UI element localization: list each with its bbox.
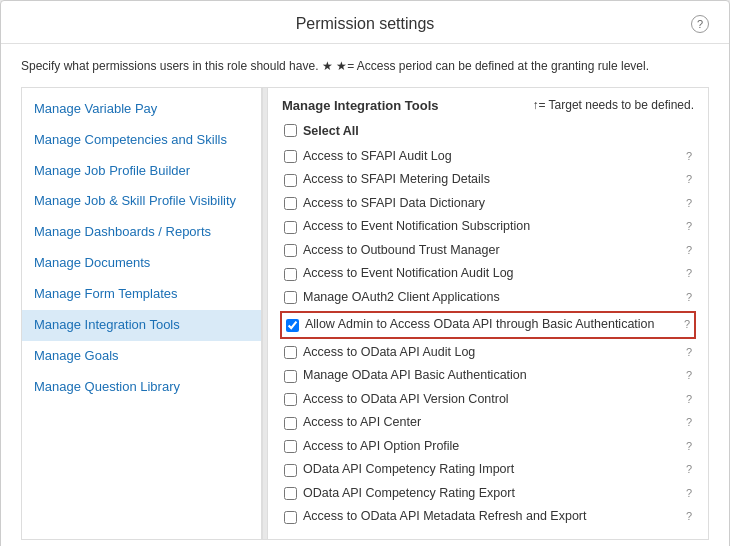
perm-item-api-center: Access to API Center? <box>282 411 694 435</box>
perm-label-odata-basic-auth: Allow Admin to Access OData API through … <box>305 316 680 334</box>
perm-item-api-option-profile: Access to API Option Profile? <box>282 435 694 459</box>
perm-label-odata-metadata: Access to OData API Metadata Refresh and… <box>303 508 682 526</box>
perm-checkbox-odata-metadata[interactable] <box>284 511 297 524</box>
perm-label-event-notification-audit: Access to Event Notification Audit Log <box>303 265 682 283</box>
info-icon-oauth2-client[interactable]: ? <box>686 290 692 305</box>
info-icon-api-option-profile[interactable]: ? <box>686 439 692 454</box>
perm-item-odata-metadata: Access to OData API Metadata Refresh and… <box>282 505 694 529</box>
perm-label-odata-basic-auth-manage: Manage OData API Basic Authentication <box>303 367 682 385</box>
select-all-label: Select All <box>303 124 359 138</box>
info-icon-odata-basic-auth[interactable]: ? <box>684 317 690 332</box>
help-icon[interactable]: ? <box>691 15 709 33</box>
target-note: ↑= Target needs to be defined. <box>532 98 694 112</box>
perm-item-odata-basic-auth-manage: Manage OData API Basic Authentication? <box>282 364 694 388</box>
info-icon-event-notification-subscription[interactable]: ? <box>686 219 692 234</box>
perm-checkbox-api-option-profile[interactable] <box>284 440 297 453</box>
sidebar-item-job-profile[interactable]: Manage Job Profile Builder <box>22 156 261 187</box>
info-icon-sfapi-dictionary[interactable]: ? <box>686 196 692 211</box>
perm-checkbox-event-notification-subscription[interactable] <box>284 221 297 234</box>
perm-checkbox-odata-basic-auth-manage[interactable] <box>284 370 297 383</box>
content-area: Manage Variable PayManage Competencies a… <box>21 87 709 540</box>
perm-item-odata-version: Access to OData API Version Control? <box>282 388 694 412</box>
perm-label-odata-competency-import: OData API Competency Rating Import <box>303 461 682 479</box>
sidebar-item-question-library[interactable]: Manage Question Library <box>22 372 261 403</box>
info-icon-odata-version[interactable]: ? <box>686 392 692 407</box>
description-text: Specify what permissions users in this r… <box>21 58 709 75</box>
perm-checkbox-sfapi-metering[interactable] <box>284 174 297 187</box>
sidebar-item-documents[interactable]: Manage Documents <box>22 248 261 279</box>
perm-label-sfapi-audit: Access to SFAPI Audit Log <box>303 148 682 166</box>
dialog-body: Specify what permissions users in this r… <box>1 44 729 546</box>
info-icon-odata-metadata[interactable]: ? <box>686 509 692 524</box>
perm-label-odata-version: Access to OData API Version Control <box>303 391 682 409</box>
perm-item-outbound-trust: Access to Outbound Trust Manager? <box>282 239 694 263</box>
perm-item-odata-basic-auth: Allow Admin to Access OData API through … <box>280 311 696 339</box>
select-all-checkbox[interactable] <box>284 124 297 137</box>
perm-checkbox-odata-competency-export[interactable] <box>284 487 297 500</box>
perm-item-sfapi-audit: Access to SFAPI Audit Log? <box>282 145 694 169</box>
sidebar-item-dashboards[interactable]: Manage Dashboards / Reports <box>22 217 261 248</box>
perm-checkbox-odata-basic-auth[interactable] <box>286 319 299 332</box>
left-panel: Manage Variable PayManage Competencies a… <box>22 88 262 539</box>
perm-checkbox-oauth2-client[interactable] <box>284 291 297 304</box>
perm-checkbox-sfapi-dictionary[interactable] <box>284 197 297 210</box>
info-icon-api-center[interactable]: ? <box>686 415 692 430</box>
perm-item-sfapi-metering: Access to SFAPI Metering Details? <box>282 168 694 192</box>
right-panel: Manage Integration Tools ↑= Target needs… <box>268 88 708 539</box>
select-all-item: Select All <box>282 121 694 141</box>
description-note: ★= Access period can be defined at the g… <box>336 59 649 73</box>
info-icon-sfapi-audit[interactable]: ? <box>686 149 692 164</box>
perm-checkbox-odata-competency-import[interactable] <box>284 464 297 477</box>
info-icon-odata-competency-export[interactable]: ? <box>686 486 692 501</box>
right-panel-title: Manage Integration Tools <box>282 98 439 113</box>
perm-checkbox-odata-version[interactable] <box>284 393 297 406</box>
sidebar-item-job-skill[interactable]: Manage Job & Skill Profile Visibility <box>22 186 261 217</box>
description-main: Specify what permissions users in this r… <box>21 59 318 73</box>
permission-settings-dialog: Permission settings ? Specify what permi… <box>0 0 730 546</box>
info-icon-odata-basic-auth-manage[interactable]: ? <box>686 368 692 383</box>
perm-item-sfapi-dictionary: Access to SFAPI Data Dictionary? <box>282 192 694 216</box>
perm-label-sfapi-dictionary: Access to SFAPI Data Dictionary <box>303 195 682 213</box>
info-icon-sfapi-metering[interactable]: ? <box>686 172 692 187</box>
sidebar-item-goals[interactable]: Manage Goals <box>22 341 261 372</box>
perm-item-odata-competency-import: OData API Competency Rating Import? <box>282 458 694 482</box>
permissions-list: Select AllAccess to SFAPI Audit Log?Acce… <box>282 121 694 529</box>
right-panel-header: Manage Integration Tools ↑= Target needs… <box>282 98 694 113</box>
perm-label-api-option-profile: Access to API Option Profile <box>303 438 682 456</box>
perm-checkbox-event-notification-audit[interactable] <box>284 268 297 281</box>
perm-item-oauth2-client: Manage OAuth2 Client Applications? <box>282 286 694 310</box>
sidebar-item-competencies[interactable]: Manage Competencies and Skills <box>22 125 261 156</box>
perm-checkbox-sfapi-audit[interactable] <box>284 150 297 163</box>
info-icon-outbound-trust[interactable]: ? <box>686 243 692 258</box>
info-icon-odata-audit[interactable]: ? <box>686 345 692 360</box>
info-icon-event-notification-audit[interactable]: ? <box>686 266 692 281</box>
perm-item-event-notification-subscription: Access to Event Notification Subscriptio… <box>282 215 694 239</box>
perm-checkbox-outbound-trust[interactable] <box>284 244 297 257</box>
perm-checkbox-api-center[interactable] <box>284 417 297 430</box>
perm-label-event-notification-subscription: Access to Event Notification Subscriptio… <box>303 218 682 236</box>
perm-item-odata-competency-export: OData API Competency Rating Export? <box>282 482 694 506</box>
perm-item-odata-audit: Access to OData API Audit Log? <box>282 341 694 365</box>
perm-item-event-notification-audit: Access to Event Notification Audit Log? <box>282 262 694 286</box>
dialog-title: Permission settings <box>39 15 691 33</box>
perm-label-odata-audit: Access to OData API Audit Log <box>303 344 682 362</box>
info-icon-odata-competency-import[interactable]: ? <box>686 462 692 477</box>
perm-label-oauth2-client: Manage OAuth2 Client Applications <box>303 289 682 307</box>
perm-label-outbound-trust: Access to Outbound Trust Manager <box>303 242 682 260</box>
perm-label-odata-competency-export: OData API Competency Rating Export <box>303 485 682 503</box>
dialog-header: Permission settings ? <box>1 1 729 44</box>
perm-label-sfapi-metering: Access to SFAPI Metering Details <box>303 171 682 189</box>
perm-checkbox-odata-audit[interactable] <box>284 346 297 359</box>
perm-label-api-center: Access to API Center <box>303 414 682 432</box>
sidebar-item-form-templates[interactable]: Manage Form Templates <box>22 279 261 310</box>
star-icon: ★ <box>322 59 333 73</box>
sidebar-item-variable-pay[interactable]: Manage Variable Pay <box>22 94 261 125</box>
sidebar-item-integration-tools[interactable]: Manage Integration Tools <box>22 310 261 341</box>
